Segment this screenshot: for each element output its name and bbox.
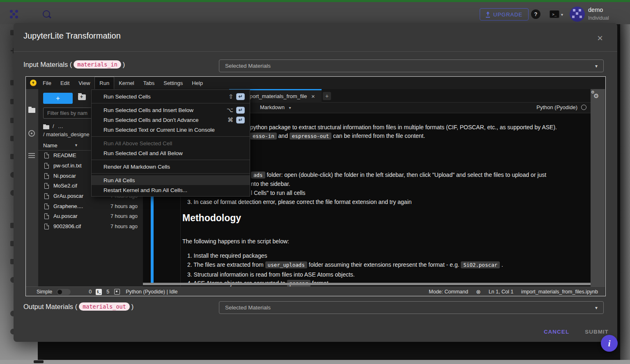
simple-mode-toggle[interactable] [57,289,71,295]
avatar[interactable] [570,7,585,22]
horizontal-scrollbar[interactable] [143,283,591,285]
file-row[interactable]: Au.poscar 7 hours ago [38,212,143,222]
menu-edit[interactable]: Edit [56,77,74,89]
upgrade-button[interactable]: UPGRADE [480,8,529,21]
table-of-contents-icon[interactable] [28,153,35,158]
search-icon[interactable] [43,10,50,18]
new-folder-icon[interactable] [78,94,86,100]
input-materials-prefix: Input Materials ( [23,61,72,69]
user-plan: Individual [588,15,609,21]
terminal-icon[interactable]: $_ [96,289,102,295]
breadcrumb-home-icon[interactable] [43,125,49,129]
kernel-status-text[interactable]: Python (Pyodide) | Idle [126,289,177,295]
app-root: UPGRADE ? >_ ▾ demo Individual Jupyt [0,0,630,364]
jupyterlite-logo [30,80,37,86]
menu-item-restart-and-run-all[interactable]: Restart Kernel and Run All Cells... [92,185,250,195]
cell-type-dropdown[interactable]: Markdown ▾ [260,104,291,110]
upload-icon [486,12,490,17]
menu-item-run-all-cells[interactable]: Run All Cells [92,175,250,185]
shift-key-icon: ⇧ [228,93,233,100]
console-caret-icon[interactable]: ▾ [561,12,563,17]
file-name: Graphene.... [53,203,83,209]
mode-indicator[interactable]: Mode: Command [429,289,468,295]
file-modified: 7 hours ago [110,204,138,209]
markdown-list-item: 3. Structural information is read from f… [187,271,355,278]
input-materials-chip: materials_in [74,60,121,69]
menu-item-run-dont-advance[interactable]: Run Selected Cells and Don't Advance ⌘↵ [92,115,250,125]
files-header-name: Name [43,142,57,149]
output-materials-select[interactable]: Selected Materials ▾ [219,301,604,314]
menu-view[interactable]: View [74,77,94,89]
file-icon [44,224,49,229]
kernel-name[interactable]: Python (Pyodide) [536,104,577,110]
file-modified: 7 hours ago [110,224,138,229]
file-modified: 7 hours ago [110,213,138,219]
kernels-count: 5 [106,289,109,295]
markdown-line: ads folder: open (double-click) the fold… [251,172,546,178]
input-materials-select[interactable]: Selected Materials ▾ [219,60,604,72]
markdown-line: l Cells" to run all cells [251,190,306,196]
menu-item-run-cell-and-below[interactable]: Run Selected Cell and All Below [92,148,250,158]
upgrade-label: UPGRADE [493,11,522,18]
inline-code: esso-in [250,133,277,140]
topbar: UPGRADE ? >_ ▾ demo Individual [0,2,630,24]
enter-key-icon: ↵ [236,117,245,124]
menu-file[interactable]: File [38,77,56,89]
menu-run[interactable]: Run [94,77,114,89]
paren-close: ) [123,61,125,69]
chevron-down-icon: ▾ [289,105,291,110]
menu-separator [92,160,250,160]
menu-item-render-all-markdown[interactable]: Render All Markdown Cells [92,162,250,172]
menu-item-run-selected-cells[interactable]: Run Selected Cells ⇧↵ [92,92,250,101]
help-icon[interactable]: ? [531,9,540,19]
new-tab-button[interactable]: + [323,92,331,100]
jupyter-statusbar: Simple 0 $_ 5 Python (Pyodide) | Idle Mo… [26,286,605,296]
output-materials-chip: materials_out [79,302,130,311]
app-logo[interactable] [10,10,19,19]
file-name: 9002806.cif [53,223,81,229]
menu-item-run-all-above: Run All Above Selected Cell [92,138,250,148]
cell-type-value: Markdown [260,104,285,110]
bottom-bar-icon [34,360,44,363]
info-fab[interactable]: i [601,335,618,352]
enter-key-icon: ↵ [236,107,245,114]
inline-code: ads [251,172,265,179]
new-launcher-button[interactable]: + [43,93,73,104]
breadcrumb-path[interactable]: / materials_designe [43,131,90,137]
file-row[interactable]: 9002806.cif 7 hours ago [38,222,143,232]
dialog-title: JupyterLite Transformation [23,31,121,41]
menu-item-run-text-in-console[interactable]: Run Selected Text or Current Line in Con… [92,125,250,135]
menu-tabs[interactable]: Tabs [139,77,159,89]
file-icon [44,153,49,158]
file-name: pw-scf.in.txt [53,163,82,169]
markdown-line: esso-in and espresso-out can be inferred… [250,133,425,139]
property-inspector-gears-icon[interactable]: ⚙⚙ [593,92,599,100]
kernel-status-icon[interactable] [581,105,586,110]
inline-code: SiO2.poscar [461,261,500,268]
markdown-line: The following happens in the script belo… [182,238,289,245]
methodology-heading: Methodology [182,213,241,224]
file-icon [44,163,49,169]
menu-item-run-insert-below[interactable]: Run Selected Cells and Insert Below ⌥↵ [92,105,250,115]
user-name: demo [588,7,603,13]
menu-kernel[interactable]: Kernel [114,77,139,89]
kernel-chip-icon[interactable] [114,289,120,295]
tab-close-icon[interactable]: × [311,93,315,100]
trust-shield-icon[interactable]: ⊗ [476,288,481,295]
breadcrumb-ellipsis[interactable]: … [58,123,64,129]
cancel-button[interactable]: CANCEL [538,325,575,338]
file-icon [44,204,49,209]
chevron-down-icon: ▾ [595,63,598,69]
notebook-tab-label: port_materials_from_file [250,93,307,99]
jupyterlite-transformation-dialog: JupyterLite Transformation × Input Mater… [14,23,617,342]
file-name: Ni.poscar [53,173,76,179]
console-icon[interactable]: >_ [550,10,559,18]
jupyter-menubar: File Edit View Run Kernel Tabs Settings … [26,77,605,89]
menu-settings[interactable]: Settings [159,77,187,89]
running-kernels-icon[interactable] [28,130,35,137]
menu-help[interactable]: Help [187,77,207,89]
file-browser-icon[interactable] [28,108,35,113]
close-icon[interactable]: × [594,33,606,44]
file-row[interactable]: Graphene.... 7 hours ago [38,202,143,212]
cursor-position[interactable]: Ln 1, Col 1 [489,289,513,295]
